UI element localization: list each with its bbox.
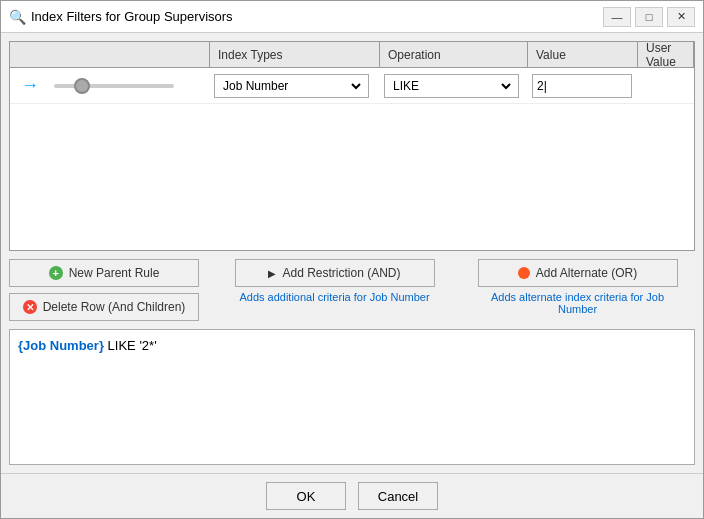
new-parent-rule-label: New Parent Rule [69, 266, 160, 280]
row-slider[interactable] [50, 68, 210, 103]
buttons-row: + New Parent Rule ✕ Delete Row (And Chil… [9, 259, 695, 321]
close-button[interactable]: ✕ [667, 7, 695, 27]
minimize-button[interactable]: — [603, 7, 631, 27]
add-alternate-hint: Adds alternate index criteria for Job Nu… [478, 291, 678, 315]
row-arrow: → [10, 68, 50, 103]
cancel-button[interactable]: Cancel [358, 482, 438, 510]
slider-track [54, 84, 174, 88]
delete-row-label: Delete Row (And Children) [43, 300, 186, 314]
content-area: Index Types Operation Value User Value → [1, 33, 703, 473]
header-user-value: User Value [638, 42, 694, 67]
table-row: → Job Number [10, 68, 694, 104]
index-type-dropdown[interactable]: Job Number [214, 74, 369, 98]
x-icon: ✕ [23, 300, 37, 314]
delete-row-button[interactable]: ✕ Delete Row (And Children) [9, 293, 199, 321]
add-alternate-button[interactable]: Add Alternate (OR) [478, 259, 678, 287]
header-handle [10, 42, 210, 67]
query-operator: LIKE [104, 338, 139, 353]
operation-cell: LIKE = != > < >= <= [380, 68, 528, 103]
footer: OK Cancel [1, 473, 703, 518]
query-field: {Job Number} [18, 338, 104, 353]
maximize-button[interactable]: □ [635, 7, 663, 27]
slider-thumb [74, 78, 90, 94]
btn-group-left: + New Parent Rule ✕ Delete Row (And Chil… [9, 259, 209, 321]
query-value: '2*' [139, 338, 156, 353]
title-bar: 🔍 Index Filters for Group Supervisors — … [1, 1, 703, 33]
query-preview: {Job Number} LIKE '2*' [9, 329, 695, 465]
header-index-types: Index Types [210, 42, 380, 67]
window-icon: 🔍 [9, 9, 25, 25]
operation-dropdown[interactable]: LIKE = != > < >= <= [384, 74, 519, 98]
orange-dot-icon [518, 267, 530, 279]
add-restriction-button[interactable]: ▶ Add Restriction (AND) [235, 259, 435, 287]
header-value: Value [528, 42, 638, 67]
value-cell [528, 68, 638, 103]
header-operation: Operation [380, 42, 528, 67]
new-parent-rule-button[interactable]: + New Parent Rule [9, 259, 199, 287]
add-restriction-label: Add Restriction (AND) [282, 266, 400, 280]
btn-group-right: Add Alternate (OR) Adds alternate index … [460, 259, 695, 315]
filter-table: Index Types Operation Value User Value → [9, 41, 695, 251]
table-header: Index Types Operation Value User Value [10, 42, 694, 68]
btn-group-center: ▶ Add Restriction (AND) Adds additional … [217, 259, 452, 303]
play-icon: ▶ [268, 268, 276, 279]
index-type-select[interactable]: Job Number [219, 75, 364, 97]
plus-icon: + [49, 266, 63, 280]
value-input[interactable] [532, 74, 632, 98]
window-title: Index Filters for Group Supervisors [31, 9, 603, 24]
main-window: 🔍 Index Filters for Group Supervisors — … [0, 0, 704, 519]
index-type-cell: Job Number [210, 68, 380, 103]
operation-select[interactable]: LIKE = != > < >= <= [389, 75, 514, 97]
title-bar-controls: — □ ✕ [603, 7, 695, 27]
user-value-cell [638, 68, 694, 103]
add-restriction-hint: Adds additional criteria for Job Number [239, 291, 429, 303]
ok-button[interactable]: OK [266, 482, 346, 510]
add-alternate-label: Add Alternate (OR) [536, 266, 637, 280]
right-arrow-icon: → [21, 75, 39, 96]
